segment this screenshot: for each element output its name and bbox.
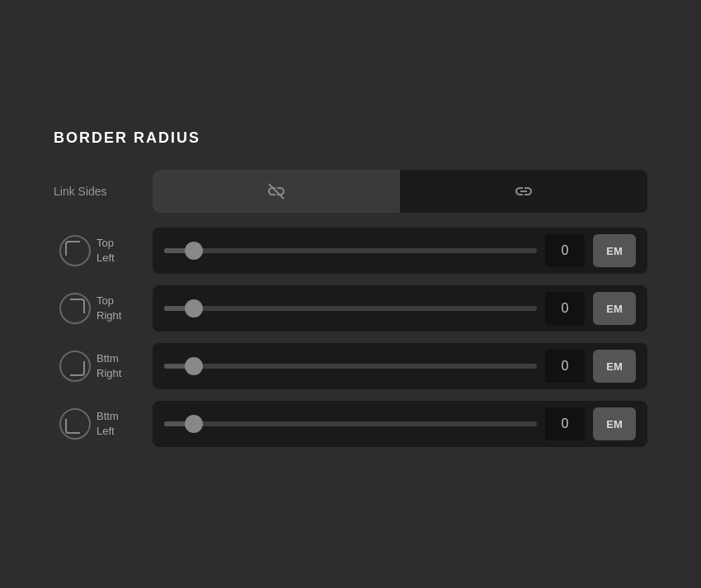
corner-circle-top-left bbox=[59, 235, 91, 266]
unit-button-top-left[interactable]: EM bbox=[593, 234, 636, 267]
link-sides-label: Link Sides bbox=[54, 185, 153, 198]
corner-icon-top-left bbox=[54, 235, 96, 266]
unlink-icon bbox=[266, 181, 286, 201]
corner-icon-top-right bbox=[54, 293, 96, 324]
link-sides-toggle-group bbox=[153, 170, 647, 213]
slider-track-bttm-left bbox=[164, 421, 537, 426]
corner-label-top-left: TopLeft bbox=[96, 236, 153, 266]
corner-icon-bttm-right bbox=[54, 350, 96, 382]
slider-container-top-right: 0 EM bbox=[153, 285, 647, 332]
slider-container-top-left: 0 EM bbox=[153, 228, 647, 274]
corner-row-top-right: TopRight 0 EM bbox=[54, 285, 647, 332]
unit-button-bttm-left[interactable]: EM bbox=[593, 407, 636, 440]
slider-thumb-top-right[interactable] bbox=[185, 299, 203, 318]
corner-icon-bttm-left bbox=[54, 408, 96, 440]
svg-line-0 bbox=[269, 184, 284, 199]
value-box-top-left: 0 bbox=[545, 234, 585, 267]
value-box-bttm-right: 0 bbox=[545, 350, 585, 383]
corner-circle-bttm-left bbox=[59, 408, 91, 440]
slider-track-top-left bbox=[164, 248, 537, 253]
unlink-button[interactable] bbox=[153, 170, 400, 213]
slider-container-bttm-left: 0 EM bbox=[153, 401, 647, 447]
corner-circle-top-right bbox=[59, 293, 91, 324]
link-sides-row: Link Sides bbox=[54, 170, 647, 213]
unit-button-top-right[interactable]: EM bbox=[593, 292, 636, 325]
corners-container: TopLeft 0 EM TopRight bbox=[54, 228, 647, 447]
value-box-top-right: 0 bbox=[545, 292, 585, 325]
corner-row-bttm-left: BttmLeft 0 EM bbox=[54, 401, 647, 447]
corner-label-bttm-left: BttmLeft bbox=[96, 409, 153, 439]
corner-label-top-right: TopRight bbox=[96, 294, 153, 323]
slider-track-top-right bbox=[164, 306, 537, 311]
corner-label-bttm-right: BttmRight bbox=[96, 351, 153, 381]
slider-track-bttm-right bbox=[164, 364, 537, 369]
slider-thumb-top-left[interactable] bbox=[185, 242, 203, 260]
value-box-bttm-left: 0 bbox=[545, 407, 585, 440]
border-radius-panel: BORDER RADIUS Link Sides bbox=[12, 96, 689, 492]
link-icon bbox=[514, 181, 534, 201]
corner-circle-bttm-right bbox=[59, 350, 91, 382]
link-button[interactable] bbox=[400, 170, 647, 213]
panel-title: BORDER RADIUS bbox=[54, 129, 647, 147]
slider-thumb-bttm-left[interactable] bbox=[185, 415, 203, 433]
corner-row-top-left: TopLeft 0 EM bbox=[54, 228, 647, 274]
slider-thumb-bttm-right[interactable] bbox=[185, 357, 203, 375]
slider-container-bttm-right: 0 EM bbox=[153, 343, 647, 389]
corner-row-bttm-right: BttmRight 0 EM bbox=[54, 343, 647, 389]
unit-button-bttm-right[interactable]: EM bbox=[593, 350, 636, 383]
